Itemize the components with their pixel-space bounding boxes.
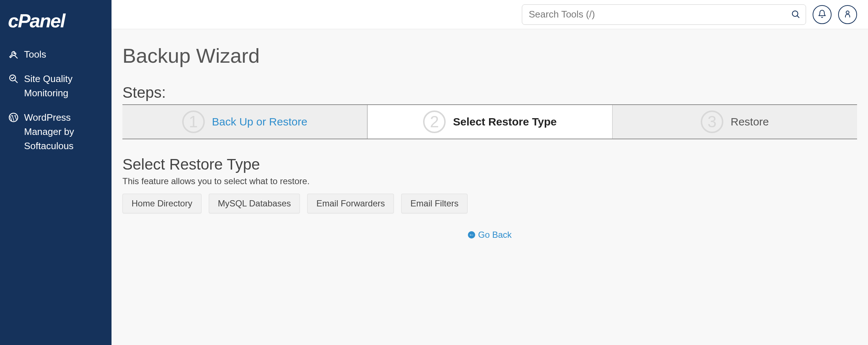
notifications-button[interactable] <box>813 5 832 24</box>
svg-line-6 <box>797 16 799 18</box>
step-number: 3 <box>701 111 723 133</box>
topbar <box>112 0 868 29</box>
go-back-container: ← Go Back <box>122 229 857 240</box>
magnifier-check-icon <box>8 73 19 84</box>
sidebar-item-label: Tools <box>24 47 103 62</box>
step-label: Back Up or Restore <box>212 116 308 128</box>
option-home-directory[interactable]: Home Directory <box>122 194 202 213</box>
sidebar-item-tools[interactable]: Tools <box>8 47 103 62</box>
section-description: This feature allows you to select what t… <box>122 176 857 186</box>
steps-row: 1 Back Up or Restore 2 Select Restore Ty… <box>122 104 857 139</box>
step-3[interactable]: 3 Restore <box>613 105 857 139</box>
brand-logo[interactable]: cPanel <box>8 11 103 33</box>
svg-point-7 <box>846 11 849 14</box>
sidebar-item-wordpress[interactable]: WordPress Manager by Softaculous <box>8 111 103 153</box>
step-number: 2 <box>423 111 446 133</box>
arrow-left-circle-icon: ← <box>468 231 475 239</box>
option-email-forwarders[interactable]: Email Forwarders <box>307 194 394 213</box>
bell-icon <box>818 9 826 19</box>
go-back-link[interactable]: ← Go Back <box>468 230 512 240</box>
section-title: Select Restore Type <box>122 156 857 173</box>
wordpress-icon <box>8 112 19 123</box>
sidebar-item-site-quality[interactable]: Site Quality Monitoring <box>8 72 103 100</box>
search-input[interactable] <box>522 4 806 25</box>
main-area: Backup Wizard Steps: 1 Back Up or Restor… <box>112 0 868 345</box>
search-button[interactable] <box>791 9 800 20</box>
step-label: Select Restore Type <box>453 116 557 128</box>
sidebar: cPanel Tools Site Quality Monitoring <box>0 0 112 345</box>
go-back-label: Go Back <box>478 230 512 240</box>
step-2[interactable]: 2 Select Restore Type <box>367 105 613 139</box>
step-label: Restore <box>731 116 769 128</box>
svg-text:cPanel: cPanel <box>8 11 66 31</box>
search-container <box>522 4 806 25</box>
user-icon <box>843 9 852 19</box>
tools-icon <box>8 49 19 60</box>
option-mysql-databases[interactable]: MySQL Databases <box>209 194 300 213</box>
sidebar-item-label: Site Quality Monitoring <box>24 72 103 100</box>
sidebar-item-label: WordPress Manager by Softaculous <box>24 111 103 153</box>
svg-line-1 <box>15 56 17 58</box>
search-icon <box>791 14 800 20</box>
steps-heading: Steps: <box>122 84 857 101</box>
restore-options: Home Directory MySQL Databases Email For… <box>122 194 857 213</box>
account-button[interactable] <box>838 5 857 24</box>
option-email-filters[interactable]: Email Filters <box>401 194 468 213</box>
page-title: Backup Wizard <box>122 44 857 67</box>
step-number: 1 <box>182 111 205 133</box>
svg-line-3 <box>15 80 17 83</box>
step-1[interactable]: 1 Back Up or Restore <box>122 105 367 139</box>
